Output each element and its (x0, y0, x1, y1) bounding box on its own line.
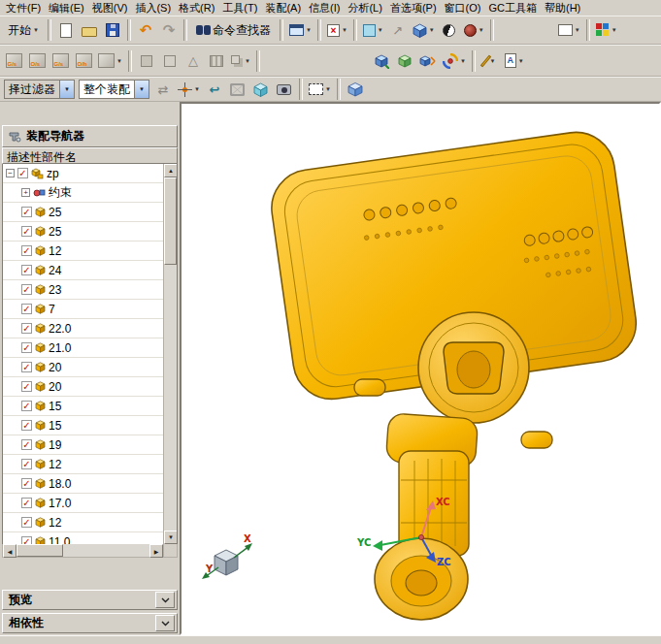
save-button[interactable] (102, 18, 123, 42)
component-checkbox[interactable]: ✓ (21, 304, 32, 314)
new-file-button[interactable] (55, 18, 77, 42)
menu-item[interactable]: 首选项(P) (386, 0, 441, 16)
sketch-button[interactable] (136, 49, 157, 73)
tree-row-component[interactable]: ✓ 20 (3, 358, 163, 377)
tree-horizontal-scrollbar[interactable]: ◀ ▶ (2, 544, 178, 558)
back-selection-button[interactable]: ↩ (204, 78, 225, 101)
annotation-pencil-button[interactable]: ▼ (479, 49, 501, 73)
graphics-viewport[interactable]: XC YC ZC X Y (180, 102, 661, 635)
tree-row-component[interactable]: ✓ 20 (3, 377, 163, 397)
tree-row-component[interactable]: ✓ 24 (3, 261, 163, 280)
tree-row-component[interactable]: ✓ 12 (3, 242, 163, 261)
wave-geometry-button-3[interactable]: G/s (50, 49, 71, 73)
preview-expand-button[interactable] (155, 592, 175, 608)
roles-button[interactable]: ▼ (594, 18, 619, 42)
tree-row-component[interactable]: ✓ 11.0 (3, 532, 163, 544)
tree-column-header[interactable]: 描述性部件名 (2, 147, 178, 164)
wave-geometry-button-4[interactable]: O/h (73, 49, 94, 73)
move-component-button[interactable] (417, 49, 439, 73)
panel-title-bar[interactable]: 装配导航器 (2, 125, 178, 147)
undo-button[interactable]: ↶ (135, 18, 156, 42)
shaded-cube-button[interactable] (345, 78, 366, 101)
scroll-up-button[interactable]: ▲ (164, 164, 178, 177)
collapse-expander-icon[interactable]: − (6, 169, 15, 177)
component-checkbox[interactable]: ✓ (21, 498, 32, 508)
orient-view-button[interactable]: ▼ (411, 18, 437, 42)
lasso-select-button[interactable]: ▼ (307, 78, 333, 101)
wave-geometry-button-1[interactable]: G/s (3, 49, 24, 73)
sketch-outline-button[interactable] (159, 49, 181, 73)
layer-stack-button[interactable]: ▼ (229, 49, 252, 73)
component-checkbox[interactable]: ✓ (21, 245, 32, 256)
menu-item[interactable]: 装配(A) (261, 0, 305, 16)
scroll-right-button[interactable]: ▶ (149, 544, 163, 558)
component-checkbox[interactable]: ✓ (21, 478, 32, 489)
hinge-ear-right[interactable] (521, 432, 552, 448)
add-component-button[interactable] (371, 49, 392, 73)
new-component-button[interactable] (394, 49, 415, 73)
expand-expander-icon[interactable]: + (21, 188, 30, 197)
component-checkbox[interactable]: ✓ (21, 323, 32, 334)
assembly-scope-combo[interactable]: 整个装配 ▼ (79, 80, 149, 99)
horizontal-scroll-track[interactable] (63, 544, 149, 557)
datum-plane-button[interactable]: △ (182, 49, 204, 73)
component-checkbox[interactable]: ✓ (21, 536, 32, 544)
redo-button[interactable]: ↷ (158, 18, 180, 42)
dependencies-section-bar[interactable]: 相依性 (2, 613, 178, 633)
tree-row-component[interactable]: ✓ 19 (3, 435, 163, 455)
wave-geometry-button-2[interactable]: O/s (26, 49, 48, 73)
menu-item[interactable]: 信息(I) (305, 0, 344, 16)
component-checkbox[interactable]: ✓ (21, 265, 32, 275)
wcs-triad[interactable]: X Y (202, 533, 252, 579)
component-checkbox[interactable]: ✓ (21, 401, 32, 411)
component-checkbox[interactable]: ✓ (21, 362, 32, 372)
tree-vertical-scrollbar[interactable]: ▲ ▼ (163, 164, 177, 544)
component-checkbox[interactable]: ✓ (21, 459, 32, 469)
component-checkbox[interactable]: ✓ (21, 284, 32, 295)
component-checkbox[interactable]: ✓ (21, 420, 32, 431)
component-checkbox[interactable]: ✓ (17, 168, 28, 178)
menu-item[interactable]: 窗口(O) (441, 0, 485, 16)
linked-body-button[interactable]: ▼ (96, 49, 124, 73)
dialog-close-button[interactable]: × ▼ (325, 18, 349, 42)
render-style-button[interactable]: ▼ (462, 18, 486, 42)
tree-row-component[interactable]: ✓ 12 (3, 455, 163, 474)
dependencies-expand-button[interactable] (155, 615, 175, 631)
component-checkbox[interactable]: ✓ (21, 439, 32, 450)
snap-point-button[interactable]: ▼ (176, 78, 202, 101)
tree-row-component[interactable]: ✓ 18.0 (3, 474, 163, 494)
open-file-button[interactable] (79, 18, 100, 42)
menu-item[interactable]: 文件(F) (2, 0, 45, 16)
tree-row-component[interactable]: ✓ 15 (3, 416, 163, 435)
menu-item[interactable]: 编辑(E) (45, 0, 88, 16)
note-page-button[interactable]: A ▼ (503, 49, 526, 73)
shaded-toggle-button[interactable] (439, 18, 460, 42)
tree-row-component[interactable]: ✓ 21.0 (3, 338, 163, 358)
menu-item[interactable]: 帮助(H) (541, 0, 584, 16)
command-finder-button[interactable]: 命令查找器 (191, 18, 276, 42)
cad-model[interactable]: XC YC ZC X Y (182, 104, 659, 633)
component-checkbox[interactable]: ✓ (21, 226, 32, 237)
component-checkbox[interactable]: ✓ (21, 342, 32, 353)
scroll-left-button[interactable]: ◀ (3, 544, 17, 558)
tree-row-component[interactable]: ✓ 15 (3, 397, 163, 416)
component-checkbox[interactable]: ✓ (21, 207, 32, 217)
blank-swatch-button[interactable]: ▼ (556, 18, 582, 42)
tree-row-component[interactable]: ✓ 25 (3, 222, 163, 242)
capture-button[interactable] (274, 78, 295, 101)
tree-row-component[interactable]: ✓ 22.0 (3, 319, 163, 338)
assembly-constraints-button[interactable]: ▼ (441, 49, 468, 73)
hinge-ear-left[interactable] (354, 379, 385, 396)
tree-row-component[interactable]: ✓ 25 (3, 203, 163, 222)
menu-item[interactable]: 插入(S) (131, 0, 175, 16)
tree-row-constraints[interactable]: + 约束 (3, 183, 163, 203)
vertical-scroll-thumb[interactable] (164, 177, 177, 265)
menu-item[interactable]: 格式(R) (175, 0, 218, 16)
scroll-down-button[interactable]: ▼ (164, 531, 178, 544)
menu-item[interactable]: 分析(L) (344, 0, 385, 16)
hatch-button[interactable] (206, 49, 227, 73)
menu-item[interactable]: 视图(V) (88, 0, 132, 16)
selection-filter-combo[interactable]: 择过滤器 ▼ (4, 80, 75, 99)
combo-dropdown-button[interactable]: ▼ (59, 80, 74, 98)
tree-row-root[interactable]: − ✓ zp (3, 164, 163, 183)
